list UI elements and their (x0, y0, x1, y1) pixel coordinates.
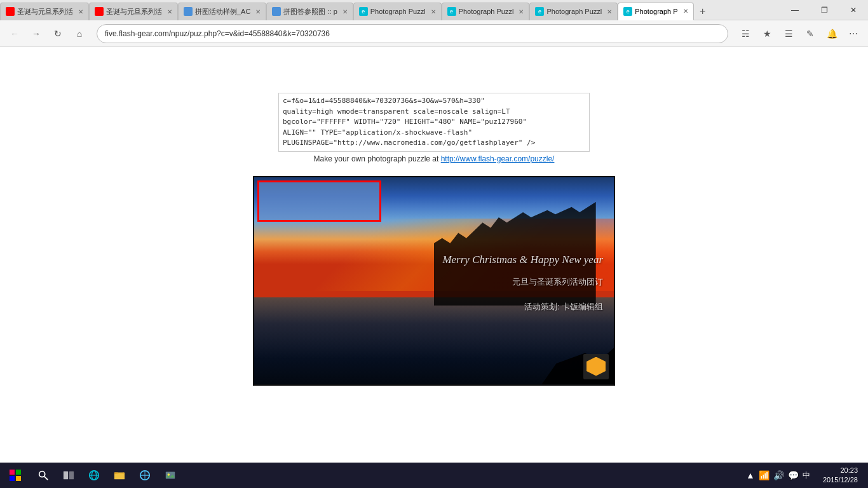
close-button[interactable]: ✕ (839, 0, 868, 20)
tab-close-4[interactable]: ✕ (342, 8, 348, 15)
reader-view-button[interactable]: ☵ (736, 24, 755, 43)
puzzle-container[interactable]: Merry Christmas & Happy New year 元旦与圣诞系列… (253, 176, 615, 386)
window-controls: — ❐ ✕ (780, 0, 868, 20)
ie-icon (88, 470, 100, 481)
overlay-merry-text: Merry Christmas & Happy New year (442, 254, 603, 266)
flash-gear-logo (583, 354, 609, 379)
make-puzzle-text: Make your own photograph puzzle at http:… (314, 154, 555, 163)
tabs-area: 圣诞与元旦系列活 ✕ 圣诞与元旦系列活 ✕ 拼图活动样例_AC ✕ 拼图答参照图… (0, 0, 780, 20)
notifications-button[interactable]: 🔔 (822, 24, 841, 43)
file-explorer-icon (114, 470, 125, 481)
search-button[interactable] (31, 463, 56, 488)
puzzle-highlight-piece[interactable] (257, 180, 381, 222)
taskbar-system-icons: ▲ 📶 🔊 💬 中 (741, 470, 815, 481)
tab-label-6: Photograph Puzzl (459, 8, 514, 15)
tab-5[interactable]: e Photograph Puzzl ✕ (353, 3, 442, 20)
svg-rect-15 (166, 472, 175, 479)
notification-icon[interactable]: 💬 (788, 470, 799, 480)
tab-icon-8: e (623, 7, 632, 16)
tab-close-3[interactable]: ✕ (255, 8, 261, 15)
show-hidden-icons[interactable]: ▲ (746, 470, 755, 480)
search-icon (37, 470, 49, 481)
browser-icon (139, 470, 151, 481)
address-bar[interactable]: five.flash-gear.com/npuz/puz.php?c=v&id=… (97, 24, 728, 43)
home-button[interactable]: ⌂ (70, 24, 89, 43)
svg-rect-7 (69, 471, 74, 480)
toolbar-icons: ☵ ★ ☰ ✎ 🔔 ⋯ (736, 24, 863, 43)
tab-close-7[interactable]: ✕ (607, 8, 612, 15)
svg-rect-0 (10, 470, 15, 475)
code-line-2: quality=high wmode=transparent scale=nos… (283, 107, 585, 118)
tab-close-1[interactable]: ✕ (78, 8, 83, 15)
taskbar-task-view[interactable] (56, 463, 81, 488)
language-indicator[interactable]: 中 (803, 470, 810, 481)
hub-button[interactable]: ☰ (779, 24, 798, 43)
tab-icon-1 (6, 7, 15, 16)
code-line-4: ALIGN="" TYPE="application/x-shockwave-f… (283, 128, 585, 139)
network-icon[interactable]: 📶 (759, 470, 770, 480)
tab-icon-2 (95, 7, 104, 16)
notes-button[interactable]: ✎ (801, 24, 820, 43)
taskbar-photos[interactable] (158, 463, 183, 488)
taskbar-browser-2[interactable] (132, 463, 158, 488)
overlay-cn1-text: 元旦与圣诞系列活动团订 (512, 276, 603, 288)
photos-icon (165, 470, 176, 481)
tab-label-1: 圣诞与元旦系列活 (17, 7, 73, 17)
code-block: c=f&o=1&id=45588840&k=70320736&s=30&w=57… (278, 93, 590, 152)
svg-point-4 (39, 471, 45, 477)
tab-6[interactable]: e Photograph Puzzl ✕ (442, 3, 530, 20)
code-line-1: c=f&o=1&id=45588840&k=70320736&s=30&w=57… (283, 96, 585, 107)
tab-3[interactable]: 拼图活动样例_AC ✕ (178, 3, 266, 20)
taskbar-right: ▲ 📶 🔊 💬 中 20:23 2015/12/28 (741, 466, 868, 485)
puzzle-wrapper: Merry Christmas & Happy New year 元旦与圣诞系列… (253, 176, 615, 386)
tab-close-6[interactable]: ✕ (519, 8, 524, 15)
clock-time: 20:23 (823, 466, 858, 475)
taskbar-clock[interactable]: 20:23 2015/12/28 (818, 466, 863, 485)
favorites-button[interactable]: ★ (757, 24, 776, 43)
tab-label-8: Photograph P (635, 8, 677, 15)
svg-rect-3 (16, 476, 21, 481)
title-bar: 圣诞与元旦系列活 ✕ 圣诞与元旦系列活 ✕ 拼图活动样例_AC ✕ 拼图答参照图… (0, 0, 868, 20)
tab-icon-7: e (535, 7, 544, 16)
tab-1[interactable]: 圣诞与元旦系列活 ✕ (0, 3, 89, 20)
make-puzzle-prefix: Make your own photograph puzzle at (314, 154, 441, 163)
tab-icon-4 (272, 7, 281, 16)
page-content: c=f&o=1&id=45588840&k=70320736&s=30&w=57… (0, 47, 868, 463)
svg-rect-1 (16, 470, 21, 475)
new-tab-button[interactable]: + (694, 3, 712, 20)
volume-icon[interactable]: 🔊 (773, 470, 784, 480)
tab-7[interactable]: e Photograph Puzzl ✕ (529, 3, 618, 20)
overlay-cn2-text: 活动策划: 卡饭编辑组 (524, 301, 603, 313)
clock-date: 2015/12/28 (823, 475, 858, 485)
minimize-button[interactable]: — (780, 0, 810, 20)
taskbar-apps (56, 463, 183, 488)
tab-close-2[interactable]: ✕ (167, 8, 172, 15)
taskbar: ▲ 📶 🔊 💬 中 20:23 2015/12/28 (0, 463, 868, 488)
address-text: five.flash-gear.com/npuz/puz.php?c=v&id=… (105, 29, 330, 38)
maximize-button[interactable]: ❐ (810, 0, 839, 20)
more-button[interactable]: ⋯ (844, 24, 863, 43)
tab-label-2: 圣诞与元旦系列活 (106, 7, 162, 17)
windows-logo-icon (9, 469, 22, 482)
tab-label-4: 拼图答参照图 :: p (283, 7, 337, 17)
tab-2[interactable]: 圣诞与元旦系列活 ✕ (89, 3, 178, 20)
tab-label-5: Photograph Puzzl (370, 8, 426, 15)
taskbar-file-explorer[interactable] (107, 463, 132, 488)
code-line-3: bgcolor="FFFFFF" WIDTH="720" HEIGHT="480… (283, 117, 585, 128)
tab-8[interactable]: e Photograph P ✕ (618, 3, 693, 20)
tab-close-8[interactable]: ✕ (683, 8, 688, 15)
forward-button[interactable]: → (27, 24, 46, 43)
taskbar-ie[interactable] (81, 463, 107, 488)
tab-close-5[interactable]: ✕ (431, 8, 436, 15)
svg-rect-2 (10, 476, 15, 481)
toolbar: ← → ↻ ⌂ five.flash-gear.com/npuz/puz.php… (0, 20, 868, 47)
svg-line-5 (44, 477, 48, 480)
svg-rect-6 (64, 471, 68, 480)
tab-4[interactable]: 拼图答参照图 :: p ✕ (266, 3, 353, 20)
tab-label-3: 拼图活动样例_AC (195, 7, 250, 17)
start-button[interactable] (0, 463, 31, 488)
refresh-button[interactable]: ↻ (48, 24, 67, 43)
make-puzzle-link[interactable]: http://www.flash-gear.com/puzzle/ (441, 154, 555, 163)
tab-icon-3 (184, 7, 193, 16)
back-button[interactable]: ← (5, 24, 24, 43)
